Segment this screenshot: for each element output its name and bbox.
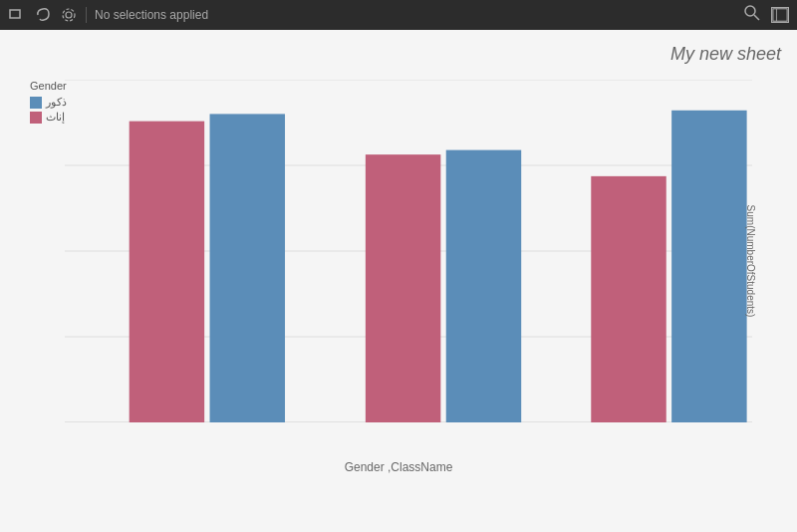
lasso-icon[interactable] [34,6,52,24]
toolbar-status: No selections applied [95,8,735,22]
sheet-title: My new sheet [670,44,781,65]
toolbar-divider [86,7,87,23]
bar-group1-male[interactable] [210,114,285,422]
chart-container: Gender ذكور إناث 0 10M 20M 30M [10,80,787,482]
svg-point-1 [66,12,72,18]
settings-icon[interactable] [60,6,78,24]
chart-legend: Gender ذكور إناث [30,80,67,126]
svg-point-3 [745,6,755,16]
legend-color-female [30,112,42,124]
x-axis-label: Gender ,ClassName [345,460,453,474]
svg-rect-0 [10,10,20,18]
svg-point-2 [63,9,75,21]
expand-icon[interactable] [771,7,789,23]
svg-rect-5 [773,9,787,21]
legend-item-female: إناث [30,111,67,124]
legend-item-male: ذكور [30,96,67,109]
bar-group2-male[interactable] [446,150,521,422]
toolbar-right [743,4,789,26]
legend-color-male [30,97,42,109]
toolbar: No selections applied [0,0,797,30]
legend-title: Gender [30,80,67,92]
bar-group3-male[interactable] [671,111,746,422]
legend-label-male: ذكور [46,96,67,109]
rectangle-icon[interactable] [8,6,26,24]
search-icon[interactable] [743,4,761,26]
legend-label-female: إناث [46,111,65,124]
y-axis-label: Sum(NumberOfStudents) [745,204,756,317]
bar-chart-svg: 0 10M 20M 30M الصف الثالث الابتدائي الصف… [65,80,752,422]
bar-group2-female[interactable] [366,154,440,422]
svg-line-4 [754,15,759,20]
bar-group3-female[interactable] [591,176,665,422]
main-content: My new sheet Gender ذكور إناث 0 10M [0,30,797,532]
bar-group1-female[interactable] [130,122,204,422]
